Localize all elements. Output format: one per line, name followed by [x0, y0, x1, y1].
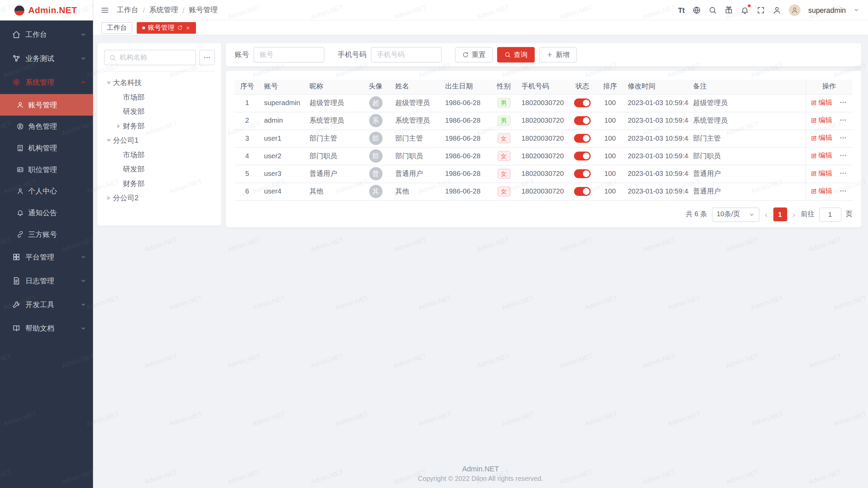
caret-placeholder [114, 93, 123, 102]
sidebar-item-third-party-account[interactable]: 三方账号 [0, 224, 93, 245]
tree-node[interactable]: 市场部 [104, 90, 215, 104]
edit-label: 编辑 [818, 187, 832, 196]
page-size-select[interactable]: 10条/页 [712, 207, 759, 221]
caret-icon[interactable] [104, 136, 113, 145]
status-toggle[interactable] [574, 169, 591, 178]
phone-input[interactable] [371, 47, 442, 63]
sidebar-item-notice[interactable]: 通知公告 [0, 202, 93, 224]
goto-label: 前往 [801, 210, 815, 219]
edit-button[interactable]: 编辑 [810, 151, 832, 161]
sidebar-item-help-docs[interactable]: 帮助文档 [0, 317, 93, 340]
tree-node[interactable]: 财务部 [104, 177, 215, 191]
edit-button[interactable]: 编辑 [810, 169, 832, 178]
globe-icon[interactable] [693, 6, 701, 14]
prev-page-button[interactable]: ‹ [764, 210, 769, 218]
sidebar-item-workbench[interactable]: 工作台 [0, 23, 93, 46]
notice-icon [17, 209, 24, 216]
tree-node[interactable]: 市场部 [104, 148, 215, 162]
user-icon[interactable] [773, 6, 781, 14]
sidebar-item-dev-tools[interactable]: 开发工具 [0, 293, 93, 317]
app-window: Admin.NET 工作台业务测试系统管理账号管理角色管理机构管理职位管理个人中… [0, 0, 868, 488]
more-actions-button[interactable] [839, 134, 847, 142]
total-count: 共 6 条 [686, 210, 707, 219]
more-actions-button[interactable] [839, 169, 847, 177]
status-toggle[interactable] [574, 187, 591, 196]
sidebar-item-personal-center[interactable]: 个人中心 [0, 180, 93, 202]
tree-node[interactable]: 研发部 [104, 162, 215, 176]
edit-button[interactable]: 编辑 [810, 116, 832, 125]
ellipsis-icon [839, 169, 847, 177]
close-tab-icon[interactable] [185, 25, 191, 30]
edit-button[interactable]: 编辑 [810, 134, 832, 143]
sidebar-item-label: 帮助文档 [25, 323, 75, 333]
status-toggle[interactable] [574, 116, 591, 125]
status-toggle[interactable] [574, 151, 591, 160]
goto-page-input[interactable] [819, 207, 841, 221]
notification-bell-icon[interactable] [741, 6, 749, 14]
reset-button[interactable]: 重置 [455, 47, 493, 63]
org-search-input[interactable] [120, 54, 191, 61]
cell-phone: 18020030720 [517, 94, 568, 112]
chevron-down-icon[interactable] [854, 7, 859, 13]
tree-node[interactable]: 分公司1 [104, 133, 215, 147]
caret-icon[interactable] [104, 79, 113, 87]
account-input[interactable] [254, 47, 324, 63]
app-logo[interactable]: Admin.NET [0, 0, 93, 20]
gift-icon[interactable] [725, 6, 733, 14]
refresh-icon [462, 52, 469, 58]
status-toggle[interactable] [574, 134, 591, 143]
fullscreen-icon[interactable] [757, 6, 765, 14]
tab-label: 工作台 [107, 23, 127, 33]
tree-node[interactable]: 研发部 [104, 105, 215, 119]
cell-account: user1 [260, 129, 305, 147]
font-size-icon[interactable]: Tt [678, 6, 685, 14]
table-row: 4user2部门职员部部门职员1986-06-28女18020030720100… [235, 147, 852, 165]
add-button[interactable]: 新增 [539, 47, 577, 63]
profile-icon [17, 187, 24, 195]
breadcrumb-item-system[interactable]: 系统管理 [149, 5, 178, 15]
sidebar-item-position-management[interactable]: 职位管理 [0, 159, 93, 181]
user-avatar[interactable] [789, 4, 801, 16]
username[interactable]: superadmin [808, 6, 846, 14]
header-actions: Tt [678, 4, 859, 16]
org-more-button[interactable] [199, 50, 215, 65]
tree-node[interactable]: 大名科技 [104, 76, 215, 90]
sidebar-item-log-management[interactable]: 日志管理 [0, 269, 93, 292]
sidebar-item-platform-management[interactable]: 平台管理 [0, 245, 93, 269]
sidebar-item-account-management[interactable]: 账号管理 [0, 94, 93, 116]
menu-collapse-button[interactable] [101, 6, 109, 14]
caret-icon[interactable] [114, 122, 123, 130]
sidebar-item-business-test[interactable]: 业务测试 [0, 46, 93, 70]
column-header: 排序 [597, 80, 623, 94]
search-button[interactable]: 查询 [497, 47, 535, 63]
more-actions-button[interactable] [839, 98, 847, 106]
current-page-button[interactable]: 1 [773, 207, 787, 221]
next-page-button[interactable]: › [791, 210, 796, 218]
sidebar-item-role-management[interactable]: 角色管理 [0, 116, 93, 137]
tree-node[interactable]: 财务部 [104, 119, 215, 133]
status-toggle[interactable] [574, 99, 591, 107]
sidebar-item-system-management[interactable]: 系统管理 [0, 70, 93, 94]
cell-name: 普通用户 [391, 165, 441, 183]
breadcrumb-item-workbench[interactable]: 工作台 [117, 5, 138, 15]
tab-workbench[interactable]: 工作台 [101, 22, 132, 33]
search-icon[interactable] [709, 6, 717, 14]
refresh-tab-icon[interactable] [177, 25, 182, 30]
column-header: 性别 [491, 80, 517, 94]
more-actions-button[interactable] [839, 187, 847, 195]
sidebar-item-label: 工作台 [25, 29, 75, 39]
edit-button[interactable]: 编辑 [810, 98, 832, 107]
search-label: 查询 [514, 50, 528, 60]
ellipsis-icon [203, 54, 211, 61]
edit-button[interactable]: 编辑 [810, 187, 832, 196]
edit-label: 编辑 [818, 98, 832, 107]
sidebar-item-org-management[interactable]: 机构管理 [0, 137, 93, 159]
cell-account: superadmin [260, 94, 305, 112]
more-actions-button[interactable] [839, 116, 847, 124]
cell-status [568, 147, 597, 165]
tab-account-management[interactable]: 账号管理 [137, 22, 196, 33]
more-actions-button[interactable] [839, 151, 847, 159]
caret-icon[interactable] [104, 194, 113, 202]
cell-phone: 18020030720 [517, 147, 568, 165]
tree-node[interactable]: 分公司2 [104, 191, 215, 205]
